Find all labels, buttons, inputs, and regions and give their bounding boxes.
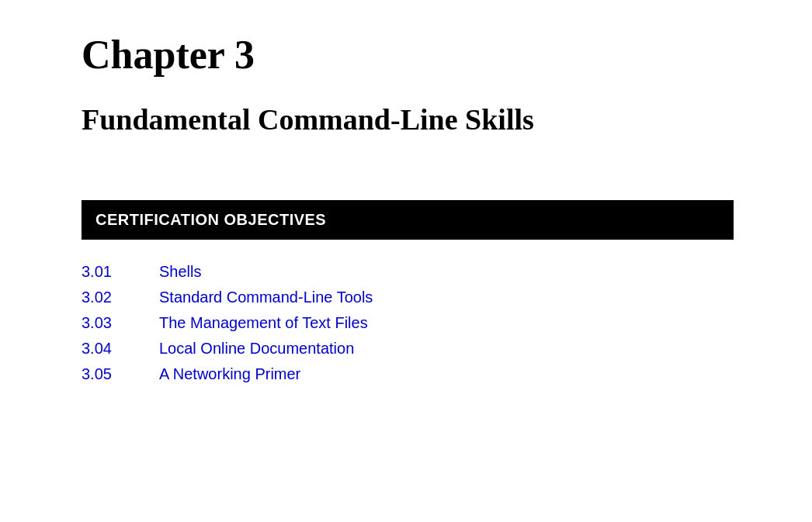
list-item: 3.01Shells <box>82 263 656 281</box>
list-item: 3.02Standard Command-Line Tools <box>82 289 656 306</box>
chapter-title: Fundamental Command-Line Skills <box>82 102 656 138</box>
objective-number: 3.03 <box>82 314 159 332</box>
list-item: 3.05A Networking Primer <box>82 365 656 383</box>
certification-objectives-bar: CERTIFICATION OBJECTIVES <box>82 200 734 240</box>
objective-link[interactable]: Shells <box>159 263 201 281</box>
certification-objectives-label: CERTIFICATION OBJECTIVES <box>95 211 326 228</box>
objective-number: 3.04 <box>82 340 159 358</box>
chapter-label: Chapter 3 <box>82 31 656 79</box>
page-container: Chapter 3 Fundamental Command-Line Skill… <box>0 0 737 422</box>
objective-link[interactable]: Standard Command-Line Tools <box>159 289 373 306</box>
list-item: 3.03The Management of Text Files <box>82 314 656 332</box>
objective-number: 3.05 <box>82 365 159 383</box>
objective-link[interactable]: The Management of Text Files <box>159 314 368 332</box>
objective-link[interactable]: Local Online Documentation <box>159 340 354 358</box>
objective-link[interactable]: A Networking Primer <box>159 365 300 383</box>
objective-number: 3.01 <box>82 263 159 281</box>
list-item: 3.04Local Online Documentation <box>82 340 656 358</box>
objective-number: 3.02 <box>82 289 159 306</box>
objectives-list: 3.01Shells3.02Standard Command-Line Tool… <box>82 263 656 383</box>
